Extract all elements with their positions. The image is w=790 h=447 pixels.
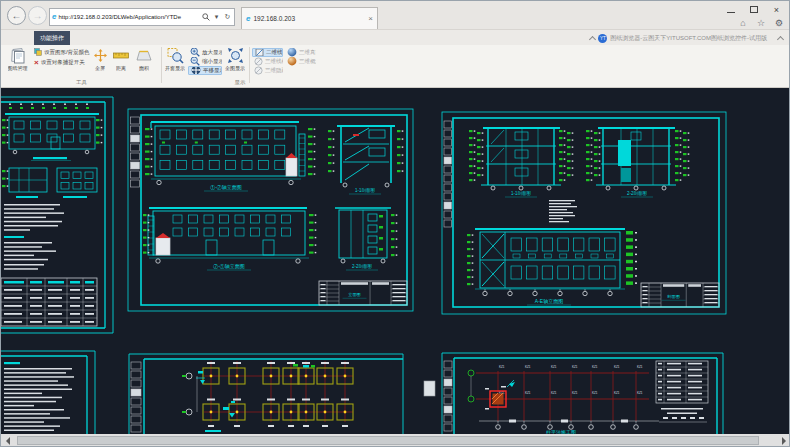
window-zoom-button[interactable]: 开窗显示 xyxy=(164,46,186,78)
hidden-3d-button[interactable]: 三维隐藏 xyxy=(252,66,283,75)
scroll-left-arrow-icon[interactable] xyxy=(1,434,15,447)
back-button[interactable]: ← xyxy=(7,6,26,25)
documents-stack-icon xyxy=(9,46,27,65)
column-label: KZ1 xyxy=(525,365,531,369)
drawing-title: 1-1剖面图 xyxy=(511,191,531,196)
drawing-title: 剖面图 xyxy=(667,294,680,299)
pan-hand-icon xyxy=(191,66,201,75)
maximize-icon xyxy=(750,6,758,13)
zoom-out-icon xyxy=(190,57,200,66)
settings-gear-icon[interactable]: ⚙ xyxy=(772,18,786,28)
group-separator xyxy=(249,47,250,83)
back-arrow-icon: ← xyxy=(12,10,22,21)
search-icon[interactable] xyxy=(201,13,210,21)
address-bar[interactable]: e http://192.168.0.203/DLWeb/Application… xyxy=(49,8,235,26)
cad-canvas[interactable]: ①-⑦轴立面图1-1剖面图⑦-①轴立面图2-2剖面图立面图 1-1剖面图2-2剖… xyxy=(1,88,790,434)
ribbon-collapse-icon[interactable] xyxy=(777,36,784,43)
area-button[interactable]: 面积 xyxy=(133,46,155,78)
drawing-title: 2-2剖面图 xyxy=(627,191,647,196)
sheet-notes-partial xyxy=(1,351,95,434)
wireframe-3d-button[interactable]: 三维线框 xyxy=(252,57,283,66)
browser-tab[interactable]: e 192.168.0.203 × xyxy=(241,7,378,29)
conceptual-button[interactable]: 三维概念 xyxy=(285,57,316,66)
set-bg-color-label: 设置图形/背景颜色 xyxy=(44,49,90,56)
conceptual-sphere-icon xyxy=(287,57,297,66)
sheet-sections: 1-1剖面图2-2剖面图A-E轴立面图剖面图 xyxy=(442,112,726,314)
trial-notice: YT 图纸浏览器-云图天下YITUSOFT.COM图纸浏览控件-试用版 xyxy=(590,30,767,46)
set-osnap-label: 设置对象捕捉开关 xyxy=(41,59,85,66)
home-icon[interactable]: ⌂ xyxy=(736,18,750,28)
area-polygon-icon xyxy=(136,46,152,65)
tools-group-label: 工具 xyxy=(4,79,159,86)
ribbon-tab-row: 功能操作 YT 图纸浏览器-云图天下YITUSOFT.COM图纸浏览控件-试用版 xyxy=(1,29,790,45)
url-text[interactable]: http://192.168.0.203/DLWeb/Application/Y… xyxy=(58,14,199,20)
zoom-out-label: 缩小显示 xyxy=(202,58,222,65)
fullscreen-button[interactable]: 全屏 xyxy=(91,46,109,78)
realistic-button[interactable]: 三维真实 xyxy=(285,48,316,57)
drawing-title: 立面图 xyxy=(348,292,361,297)
zoom-in-icon xyxy=(190,48,200,57)
refresh-icon[interactable]: ↻ xyxy=(223,13,232,21)
wireframe-3d-label: 三维线框 xyxy=(265,58,283,65)
snap-toggle-icon: × xyxy=(34,59,39,67)
zoom-window-icon xyxy=(167,46,184,65)
browser-window: ← → e http://192.168.0.203/DLWeb/Applica… xyxy=(0,0,790,447)
window-zoom-label: 开窗显示 xyxy=(165,65,185,71)
favorites-star-icon[interactable]: ☆ xyxy=(754,18,768,28)
column-label: KZ1 xyxy=(551,365,557,369)
forward-button[interactable]: → xyxy=(28,6,47,25)
wireframe-2d-button[interactable]: 二维线框 xyxy=(252,48,283,57)
notice-chevron-icon xyxy=(589,35,596,42)
maximize-button[interactable] xyxy=(742,2,765,17)
column-label: KZ1 xyxy=(637,365,643,369)
drawing-manager-label: 图纸管理 xyxy=(8,65,28,71)
group-separator xyxy=(161,47,162,83)
wireframe-2d-label: 二维线框 xyxy=(266,49,283,56)
sheet-column-plan: KZ1KZ1KZ1KZ1KZ1KZ1KZ1KZ1KZ1KZ1KZ1KZ1KZ1K… xyxy=(442,353,723,434)
set-osnap-button[interactable]: × 设置对象捕捉开关 xyxy=(32,58,90,67)
hidden-3d-icon xyxy=(254,66,263,75)
drawing-title: ①-⑦轴立面图 xyxy=(210,184,242,191)
column-label: KZ1 xyxy=(637,391,643,395)
column-label: KZ1 xyxy=(592,365,598,369)
browser-titlebar: ← → e http://192.168.0.203/DLWeb/Applica… xyxy=(1,1,790,29)
window-controls: × xyxy=(719,2,788,17)
drawing-title: 2-2剖面图 xyxy=(352,264,372,269)
zoom-out-button[interactable]: 缩小显示 xyxy=(188,57,222,66)
wireframe-3d-icon xyxy=(254,57,263,66)
distance-button[interactable]: 距离 xyxy=(111,46,131,78)
zoom-in-button[interactable]: 放大显示 xyxy=(188,48,222,57)
yt-logo-icon: YT xyxy=(598,34,607,43)
close-button[interactable]: × xyxy=(765,2,788,17)
wireframe-2d-icon xyxy=(255,48,264,57)
drawing-title: 1-1剖面图 xyxy=(355,188,375,193)
zoom-extents-label: 全图显示 xyxy=(225,65,245,71)
drawing-title: ⑦-①轴立面图 xyxy=(213,263,245,270)
forward-arrow-icon: → xyxy=(33,10,43,21)
fullscreen-arrows-icon xyxy=(94,46,107,65)
cad-viewport[interactable]: ①-⑦轴立面图1-1剖面图⑦-①轴立面图2-2剖面图立面图 1-1剖面图2-2剖… xyxy=(1,88,790,434)
set-bg-color-button[interactable]: 设置图形/背景颜色 xyxy=(32,48,90,57)
drawing-manager-button[interactable]: 图纸管理 xyxy=(4,46,31,78)
pan-button[interactable]: 平移显示 xyxy=(188,66,222,75)
horizontal-scrollbar[interactable] xyxy=(1,434,790,447)
zoom-extents-button[interactable]: 全图显示 xyxy=(224,46,246,78)
scrollbar-thumb[interactable] xyxy=(17,436,759,445)
address-dropdown-icon[interactable]: ▾ xyxy=(212,13,221,21)
display-group-label: 显示 xyxy=(164,79,316,86)
area-label: 面积 xyxy=(139,65,149,71)
column-label: KZ1 xyxy=(499,365,505,369)
ribbon-tab-function[interactable]: 功能操作 xyxy=(34,31,70,46)
scroll-right-arrow-icon[interactable] xyxy=(777,434,790,447)
column-label: KZ1 xyxy=(614,365,620,369)
column-label: KZ1 xyxy=(592,391,598,395)
notice-text: 图纸浏览器-云图天下YITUSOFT.COM图纸浏览控件-试用版 xyxy=(610,34,767,43)
distance-label: 距离 xyxy=(116,65,126,71)
ruler-icon xyxy=(113,46,129,65)
drawing-title: A-E轴立面图 xyxy=(535,298,563,305)
column-label: KZ1 xyxy=(614,391,620,395)
minimize-icon xyxy=(727,12,735,14)
tab-favicon-icon: e xyxy=(246,15,250,23)
minimize-button[interactable] xyxy=(719,2,742,17)
tab-close-icon[interactable]: × xyxy=(368,14,373,23)
